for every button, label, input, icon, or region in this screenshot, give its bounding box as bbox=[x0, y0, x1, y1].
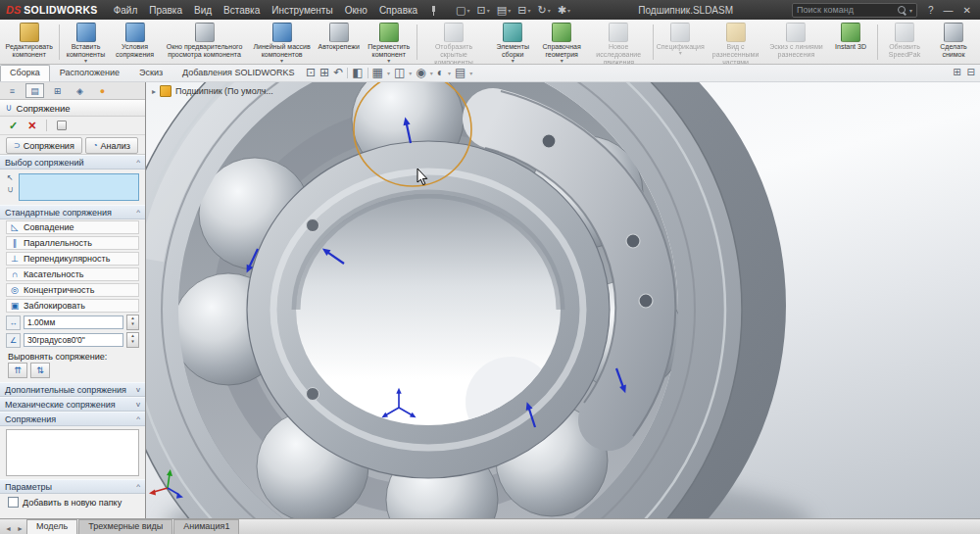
hide-show-items-icon[interactable]: ◉ bbox=[416, 66, 425, 79]
view-orientation-icon[interactable]: ▦ bbox=[372, 66, 383, 79]
zoom-area-icon[interactable]: ⊞ bbox=[319, 66, 329, 79]
tab-scroll-right-icon[interactable]: ► bbox=[15, 525, 25, 534]
ribbon-move-component[interactable]: Переместить компонент ▾ bbox=[364, 21, 415, 64]
mate-parallel[interactable]: ∥ Параллельность bbox=[6, 236, 139, 250]
help-button[interactable]: ? bbox=[923, 4, 939, 17]
mate-tangent[interactable]: ∩ Касательность bbox=[6, 267, 139, 281]
mate-lock[interactable]: ▣ Заблокировать bbox=[6, 299, 139, 313]
ribbon-mate[interactable]: Условия сопряжения bbox=[111, 21, 160, 64]
mate-coincident[interactable]: ◺ Совпадение bbox=[6, 220, 139, 234]
menu-help[interactable]: Справка bbox=[373, 3, 423, 18]
previous-view-icon[interactable]: ↶ bbox=[333, 66, 343, 79]
dropdown-caret-icon[interactable]: ▾ bbox=[679, 51, 682, 56]
ribbon-bill-of-materials[interactable]: Спецификация ▾ bbox=[656, 21, 705, 64]
print-button[interactable]: ⊟▾ bbox=[517, 4, 530, 17]
dropdown-caret-icon[interactable]: ▾ bbox=[512, 59, 514, 64]
mates-list[interactable] bbox=[6, 429, 139, 476]
tab-animation1[interactable]: Анимация1 bbox=[173, 519, 239, 534]
ribbon-assembly-features[interactable]: Элементы сборки ▾ bbox=[488, 21, 537, 64]
tab-3d-views[interactable]: Трехмерные виды bbox=[78, 519, 172, 534]
tab-model[interactable]: Модель bbox=[26, 519, 77, 534]
ribbon-reference-geometry[interactable]: Справочная геометрия ▾ bbox=[537, 21, 586, 64]
add-to-new-folder-checkbox[interactable] bbox=[8, 497, 19, 508]
ribbon-component-preview-window[interactable]: Окно предварительного просмотра компонен… bbox=[160, 21, 250, 64]
tab-solidworks-addins[interactable]: Добавления SOLIDWORKS bbox=[172, 65, 304, 81]
tab-analysis[interactable]: ◔ Анализ bbox=[85, 137, 138, 154]
ribbon-new-motion-study[interactable]: Новое исследование движения bbox=[586, 21, 651, 64]
minimize-button[interactable]: — bbox=[939, 4, 958, 17]
graphics-viewport[interactable]: ▸ Подшипник (По умолч... bbox=[146, 82, 980, 518]
dropdown-caret-icon[interactable]: ▾ bbox=[409, 70, 412, 76]
mate-selection-box[interactable] bbox=[19, 173, 139, 201]
zoom-fit-icon[interactable]: ⊡ bbox=[306, 66, 316, 79]
section-options[interactable]: Параметры ^ bbox=[0, 479, 145, 494]
ok-button[interactable]: ✓ bbox=[9, 120, 18, 132]
cancel-button[interactable]: ✕ bbox=[27, 120, 36, 132]
dropdown-caret-icon[interactable]: ▾ bbox=[387, 59, 390, 64]
configurationmanager-tab-icon[interactable]: ⊞ bbox=[48, 83, 67, 98]
dropdown-caret-icon[interactable]: ▾ bbox=[387, 70, 390, 76]
keep-visible-pin-icon[interactable] bbox=[57, 121, 67, 130]
section-advanced-mates[interactable]: Дополнительные сопряжения v bbox=[0, 382, 145, 397]
tab-assembly[interactable]: Сборка bbox=[0, 65, 50, 81]
dropdown-caret-icon[interactable]: ▾ bbox=[448, 70, 451, 76]
section-mate-selections[interactable]: Выбор сопряжений ^ bbox=[0, 155, 145, 170]
angle-input[interactable]: 30градусов0'0" bbox=[24, 333, 123, 347]
dropdown-caret-icon[interactable]: ▾ bbox=[430, 70, 433, 76]
dimxpertmanager-tab-icon[interactable]: ◈ bbox=[71, 83, 89, 98]
collapse-pane-icon[interactable]: ⊟ bbox=[967, 67, 975, 77]
rebuild-button[interactable]: ↻▾ bbox=[537, 4, 550, 17]
menu-view[interactable]: Вид bbox=[188, 3, 218, 18]
dropdown-caret-icon[interactable]: ▾ bbox=[561, 59, 564, 64]
apply-scene-icon[interactable]: ▤ bbox=[455, 66, 466, 79]
tab-mates[interactable]: ⊃ Сопряжения bbox=[6, 137, 82, 154]
displaymanager-tab-icon[interactable]: ● bbox=[93, 83, 112, 98]
ribbon-exploded-view[interactable]: Вид с разнесенными частями bbox=[705, 21, 766, 64]
dropdown-caret-icon[interactable]: ▾ bbox=[280, 59, 283, 64]
options-button[interactable]: ✱▾ bbox=[558, 4, 570, 17]
distance-stepper[interactable]: ▲ ▼ bbox=[126, 315, 139, 330]
ribbon-smart-fasteners[interactable]: Автокрепежи bbox=[315, 21, 364, 64]
anti-aligned-button[interactable]: ⇅ bbox=[30, 363, 50, 378]
featuremanager-tab-icon[interactable]: ≡ bbox=[3, 83, 22, 98]
ribbon-edit-component[interactable]: Редактировать компонент bbox=[2, 21, 57, 64]
distance-input[interactable]: 1.00мм bbox=[24, 316, 123, 329]
viewport-breadcrumb[interactable]: ▸ Подшипник (По умолч... bbox=[152, 85, 273, 97]
open-button[interactable]: ⊡▾ bbox=[477, 4, 490, 17]
tab-scroll-left-icon[interactable]: ◄ bbox=[3, 525, 14, 534]
dropdown-caret-icon[interactable]: ▾ bbox=[84, 59, 87, 64]
mate-perpendicular[interactable]: ⊥ Перпендикулярность bbox=[6, 252, 139, 266]
display-style-icon[interactable]: ◫ bbox=[394, 66, 405, 79]
ribbon-insert-components[interactable]: Вставить компоненты ▾ bbox=[62, 21, 111, 64]
ribbon-show-hidden-components[interactable]: Отобразить скрытые компоненты bbox=[419, 21, 488, 64]
save-button[interactable]: ▤▾ bbox=[497, 4, 511, 17]
ribbon-explode-line-sketch[interactable]: Эскиз с линиями разнесения bbox=[766, 21, 826, 64]
pushpin-icon[interactable] bbox=[429, 6, 438, 15]
ribbon-linear-component-pattern[interactable]: Линейный массив компонентов ▾ bbox=[250, 21, 315, 64]
aligned-button[interactable]: ⇈ bbox=[8, 363, 27, 378]
menu-tools[interactable]: Инструменты bbox=[266, 3, 338, 18]
ribbon-instant3d[interactable]: Instant 3D bbox=[826, 21, 875, 64]
spin-down-icon[interactable]: ▼ bbox=[127, 321, 138, 327]
menu-insert[interactable]: Вставка bbox=[218, 3, 266, 18]
close-button[interactable]: ✕ bbox=[958, 4, 976, 17]
section-mates-list[interactable]: Сопряжения ^ bbox=[0, 412, 145, 426]
command-search-box[interactable]: Поиск команд ▾ bbox=[792, 3, 917, 18]
menu-edit[interactable]: Правка bbox=[143, 3, 188, 18]
section-mechanical-mates[interactable]: Механические сопряжения v bbox=[0, 397, 145, 412]
section-view-icon[interactable]: ◧ bbox=[352, 66, 363, 79]
split-pane-icon[interactable]: ⊞ bbox=[953, 67, 960, 77]
new-document-button[interactable]: ▢▾ bbox=[456, 4, 469, 17]
tab-layout[interactable]: Расположение bbox=[50, 65, 129, 81]
propertymanager-tab-icon[interactable]: ▤ bbox=[25, 83, 44, 98]
angle-stepper[interactable]: ▲ ▼ bbox=[126, 332, 139, 348]
ribbon-update-speedpak[interactable]: Обновить SpeedPak bbox=[880, 21, 929, 64]
tab-sketch[interactable]: Эскиз bbox=[129, 65, 172, 81]
spin-down-icon[interactable]: ▼ bbox=[127, 339, 138, 345]
menu-file[interactable]: Файл bbox=[108, 3, 144, 18]
ribbon-take-snapshot[interactable]: Сделать снимок bbox=[929, 21, 978, 64]
menu-window[interactable]: Окно bbox=[339, 3, 373, 18]
edit-appearance-icon[interactable]: ◐ bbox=[437, 66, 444, 79]
search-caret-icon[interactable]: ▾ bbox=[909, 7, 912, 14]
section-standard-mates[interactable]: Стандартные сопряжения ^ bbox=[0, 205, 145, 219]
